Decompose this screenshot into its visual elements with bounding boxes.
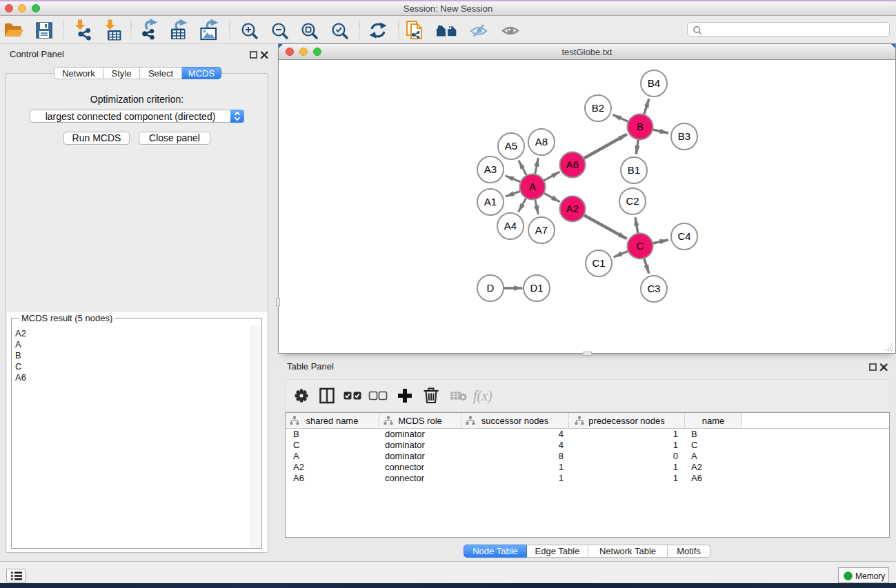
svg-text:C2: C2	[626, 195, 639, 207]
svg-text:C4: C4	[677, 230, 690, 242]
svg-text:A3: A3	[484, 163, 497, 175]
svg-text:B3: B3	[678, 130, 690, 142]
svg-text:C1: C1	[592, 257, 605, 269]
svg-text:A6: A6	[566, 159, 579, 170]
svg-text:B2: B2	[592, 102, 604, 114]
svg-text:A1: A1	[484, 196, 497, 207]
svg-text:A7: A7	[535, 224, 548, 236]
svg-text:B1: B1	[628, 164, 640, 176]
svg-text:C3: C3	[647, 283, 660, 294]
svg-text:A2: A2	[566, 203, 579, 214]
svg-text:A5: A5	[505, 140, 517, 152]
svg-text:A4: A4	[504, 220, 517, 232]
svg-text:C: C	[637, 240, 644, 252]
svg-text:D: D	[487, 282, 495, 294]
svg-text:A: A	[529, 181, 536, 192]
svg-text:D1: D1	[530, 282, 543, 294]
svg-text:B: B	[637, 121, 644, 132]
svg-text:B4: B4	[648, 77, 660, 89]
svg-text:A8: A8	[535, 136, 548, 148]
svg-text:f(x): f(x)	[473, 388, 492, 404]
